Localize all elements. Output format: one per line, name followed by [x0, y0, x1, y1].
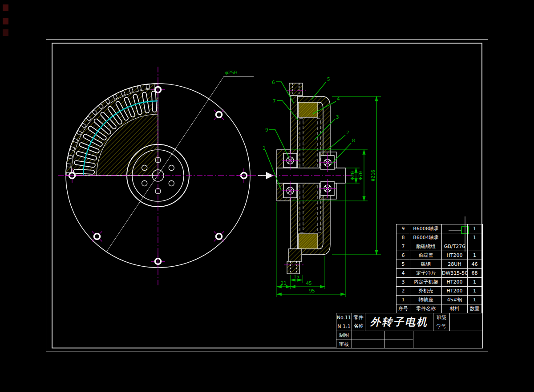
remarks-cell: [413, 331, 483, 348]
check-name-cell: [352, 340, 384, 348]
table-row: 5 磁钢 28UH 46: [396, 260, 482, 269]
part-no: 9: [396, 224, 410, 233]
part-qty: 1: [468, 287, 481, 296]
bearing-b6004-top: [319, 153, 336, 172]
part-qty: 1: [468, 251, 481, 260]
bearing-b6004-bottom: [319, 179, 336, 198]
callout-6: 6: [272, 80, 275, 85]
part-name: B6008轴承: [410, 224, 442, 233]
part-material: GB/T276: [442, 242, 468, 251]
section-view: 6 7 9 1 5 4 3 2 8 Φ216 Φ70 Φ20: [258, 76, 381, 297]
part-qty: 1: [468, 296, 481, 304]
draft-name-cell: [352, 331, 384, 340]
part-name: 磁钢: [410, 260, 442, 269]
header-no: 序号: [396, 304, 410, 313]
table-row: 4 定子冲片 DW315-50 68: [396, 269, 482, 278]
desktop-artifacts: [3, 4, 8, 36]
draft-date-cell: [384, 331, 413, 340]
part-qty: 68: [468, 269, 481, 278]
table-row: 6 前端盖 HT200 1: [396, 251, 482, 260]
header-qty: 数量: [468, 304, 481, 313]
dim-texts-vertical: Φ216 Φ70 Φ20: [350, 170, 376, 182]
check-label: 审核: [336, 340, 352, 348]
table-row: 9 B6008轴承 1: [396, 224, 482, 233]
centerlines: [58, 67, 262, 285]
part-no: 7: [396, 242, 410, 251]
callout-5: 5: [327, 76, 330, 82]
bearing-b6008-top: [282, 151, 299, 170]
part-name: 外机壳: [410, 287, 442, 296]
header-material: 材料: [442, 304, 468, 313]
table-header-row: 序号 零件名称 材料 数量: [396, 304, 482, 313]
part-no: 6: [396, 251, 410, 260]
dim-45: 45: [306, 280, 312, 286]
table-row: 1 转轴座 45#钢 1: [396, 296, 482, 304]
part-name: 转轴座: [410, 296, 442, 304]
front-view: φ250: [58, 67, 262, 285]
table-row: 2 外机壳 HT200 1: [396, 287, 482, 296]
student-label: 学号: [433, 322, 450, 331]
dim-dia216: Φ216: [370, 170, 376, 182]
header-name: 零件名称: [410, 304, 442, 313]
dim-dia70: Φ70: [358, 171, 364, 180]
student-value-cell: [449, 322, 483, 331]
part-material: HT200: [442, 251, 468, 260]
check-date-cell: [384, 340, 413, 348]
part-qty: 1: [468, 278, 481, 287]
winding-bottom: [299, 234, 318, 250]
part-material: HT200: [442, 278, 468, 287]
part-no: 1: [396, 296, 410, 304]
front-cover-flange-bottom: [288, 249, 302, 261]
part-material: [442, 224, 468, 233]
part-no: 8: [396, 233, 410, 242]
table-row: 7 励磁绕组 GB/T276: [396, 242, 482, 251]
class-label: 班级: [433, 313, 450, 322]
part-material: 28UH: [442, 260, 468, 269]
bearing-b6008-bottom: [282, 181, 299, 200]
dim-dia250: φ250: [225, 70, 237, 76]
drawing-title: 外转子电机总成: [365, 313, 433, 331]
part-material: 45#钢: [442, 296, 468, 304]
callout-8: 8: [352, 138, 355, 144]
draft-label: 制图: [336, 331, 352, 340]
shaft-seat-foot: [287, 261, 299, 274]
dim-15: 15: [293, 274, 299, 280]
callout-3: 3: [336, 114, 339, 120]
drawing-number: No.11: [336, 313, 352, 322]
callout-4: 4: [337, 96, 340, 102]
part-material: DW315-50: [442, 269, 468, 278]
callout-1: 1: [263, 145, 266, 151]
part-no: 2: [396, 287, 410, 296]
table-row: 8 B6004轴承 1: [396, 233, 482, 242]
callout-9: 9: [265, 127, 268, 133]
dim-dia20: Φ20: [350, 171, 356, 180]
dim-21: 21: [280, 280, 286, 286]
part-name: 前端盖: [410, 251, 442, 260]
winding-top: [299, 101, 318, 117]
table-row: 3 内定子机架 HT200 1: [396, 278, 482, 287]
part-name-label: 零件 名称: [352, 313, 365, 331]
callout-2: 2: [346, 130, 349, 136]
part-no: 5: [396, 260, 410, 269]
dim-texts-bottom: 15 21 45 95: [280, 274, 315, 294]
part-qty: 1: [468, 233, 481, 242]
part-name: 内定子机架: [410, 278, 442, 287]
class-value-cell: [449, 313, 483, 322]
part-qty: [468, 242, 481, 251]
drawing-scale: N 1:1: [336, 322, 352, 331]
part-name: 励磁绕组: [410, 242, 442, 251]
part-name: B6004轴承: [410, 233, 442, 242]
part-qty: 1: [468, 224, 481, 233]
dim-95: 95: [309, 288, 315, 294]
view-direction-arrow: [258, 172, 274, 179]
front-cover-flange-top: [289, 83, 303, 96]
part-no: 3: [396, 278, 410, 287]
part-name: 定子冲片: [410, 269, 442, 278]
part-material: [442, 233, 468, 242]
callout-7: 7: [273, 98, 276, 104]
part-material: HT200: [442, 287, 468, 296]
cad-viewport[interactable]: φ250: [0, 0, 534, 392]
part-no: 4: [396, 269, 410, 278]
parts-table: 9 B6008轴承 1 8 B6004轴承 1 7 励磁绕组 GB/T276 6…: [396, 224, 483, 314]
part-qty: 46: [468, 260, 481, 269]
